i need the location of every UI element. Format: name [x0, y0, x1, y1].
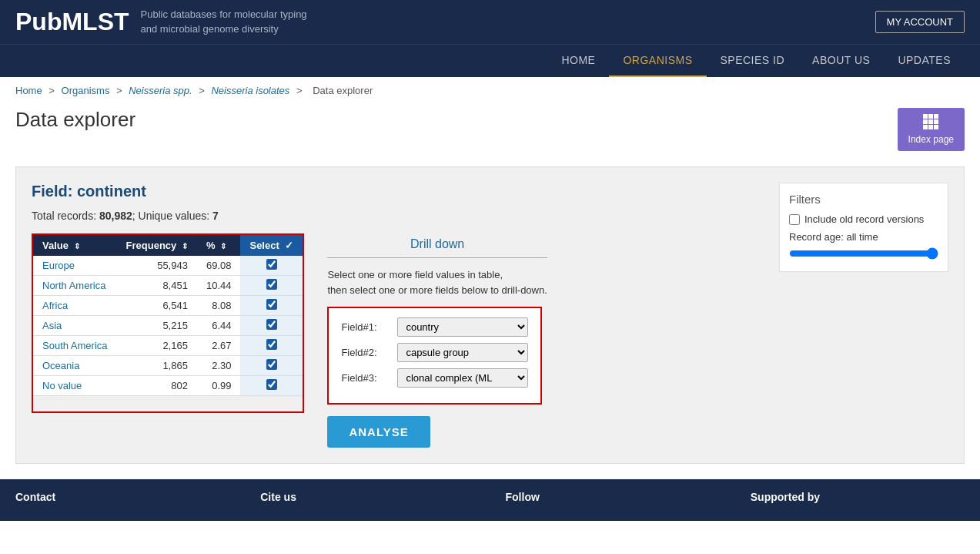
- table-value-link[interactable]: No value: [42, 380, 82, 391]
- table-row: North America8,45110.44: [33, 276, 303, 296]
- data-table: Value ⇕ Frequency ⇕ % ⇕: [33, 235, 303, 396]
- table-value-link[interactable]: Oceania: [42, 360, 79, 371]
- total-records-value: 80,982: [99, 210, 132, 222]
- table-cell-value: Asia: [33, 316, 117, 336]
- header: PubMLST Public databases for molecular t…: [0, 0, 980, 44]
- nav-species-id[interactable]: SPECIES ID: [707, 45, 799, 77]
- drill-desc: Select one or more field values in table…: [327, 267, 547, 297]
- table-cell-frequency: 55,943: [117, 256, 197, 276]
- table-cell-select: [240, 336, 303, 356]
- table-row: Africa6,5418.08: [33, 296, 303, 316]
- row-checkbox[interactable]: [266, 259, 277, 270]
- nav-updates[interactable]: UPDATES: [884, 45, 965, 77]
- row-checkbox[interactable]: [266, 319, 277, 330]
- drill-field-row-1: Field#1: country capsule group clonal co…: [341, 317, 528, 337]
- table-cell-select: [240, 276, 303, 296]
- main-content: Field: continent Total records: 80,982; …: [15, 166, 965, 464]
- include-old-checkbox[interactable]: [789, 214, 800, 225]
- logo-mlst: MLST: [62, 8, 129, 35]
- footer-cite-title: Cite us: [260, 491, 474, 503]
- table-row: Oceania1,8652.30: [33, 356, 303, 376]
- drill-field-label-3: Field#3:: [341, 372, 391, 384]
- row-checkbox[interactable]: [266, 299, 277, 310]
- my-account-button[interactable]: MY ACCOUNT: [875, 11, 965, 33]
- table-cell-value: North America: [33, 276, 117, 296]
- table-cell-frequency: 2,165: [117, 336, 197, 356]
- table-cell-frequency: 8,451: [117, 276, 197, 296]
- breadcrumb: Home > Organisms > Neisseria spp. > Neis…: [0, 77, 980, 104]
- analyse-button[interactable]: ANALYSE: [327, 416, 430, 448]
- logo-pub: Pub: [15, 8, 62, 35]
- include-old-filter-row: Include old record versions: [789, 213, 938, 225]
- nav-about-us[interactable]: ABOUT US: [798, 45, 884, 77]
- table-row: Asia5,2156.44: [33, 316, 303, 336]
- unique-values-value: 7: [212, 210, 219, 222]
- table-cell-percent: 6.44: [197, 316, 241, 336]
- records-info: Total records: 80,982; Unique values: 7: [32, 210, 764, 222]
- table-cell-frequency: 5,215: [117, 316, 197, 336]
- drill-field-label-2: Field#2:: [341, 347, 391, 358]
- table-cell-value: Africa: [33, 296, 117, 316]
- row-checkbox[interactable]: [266, 359, 277, 370]
- breadcrumb-data-explorer: Data explorer: [313, 85, 373, 96]
- index-page-button[interactable]: Index page: [898, 108, 965, 151]
- breadcrumb-home[interactable]: Home: [15, 85, 42, 96]
- footer-follow-title: Follow: [506, 491, 720, 503]
- table-value-link[interactable]: Europe: [42, 260, 75, 271]
- footer-contact: Contact: [15, 491, 229, 509]
- col-value[interactable]: Value ⇕: [33, 235, 117, 256]
- nav-organisms[interactable]: ORGANISMS: [609, 45, 706, 77]
- table-cell-select: [240, 296, 303, 316]
- right-panel: Filters Include old record versions Reco…: [779, 183, 948, 448]
- row-checkbox[interactable]: [266, 339, 277, 350]
- table-cell-frequency: 1,865: [117, 356, 197, 376]
- include-old-label: Include old record versions: [804, 213, 924, 225]
- breadcrumb-neisseria-spp[interactable]: Neisseria spp.: [129, 85, 192, 96]
- grid-icon: [923, 114, 938, 129]
- footer-cite: Cite us: [260, 491, 474, 509]
- header-left: PubMLST Public databases for molecular t…: [15, 8, 307, 36]
- table-cell-value: Europe: [33, 256, 117, 276]
- table-cell-percent: 8.08: [197, 296, 241, 316]
- drill-field-select-3[interactable]: country capsule group clonal complex (ML…: [397, 368, 528, 388]
- age-slider[interactable]: [789, 247, 938, 260]
- col-frequency[interactable]: Frequency ⇕: [117, 235, 197, 256]
- drill-section: Drill down Select one or more field valu…: [327, 237, 547, 448]
- drill-field-select-1[interactable]: country capsule group clonal complex (ML…: [397, 317, 528, 337]
- drill-field-row-2: Field#2: country capsule group clonal co…: [341, 343, 528, 362]
- row-checkbox[interactable]: [266, 379, 277, 390]
- data-table-wrapper: Value ⇕ Frequency ⇕ % ⇕: [32, 233, 304, 413]
- table-cell-frequency: 802: [117, 376, 197, 396]
- table-cell-percent: 0.99: [197, 376, 241, 396]
- table-cell-frequency: 6,541: [117, 296, 197, 316]
- drill-title: Drill down: [327, 237, 547, 251]
- table-value-link[interactable]: Africa: [42, 300, 68, 311]
- col-select[interactable]: Select ✓: [240, 235, 303, 256]
- table-cell-value: No value: [33, 376, 117, 396]
- drill-field-label-1: Field#1:: [341, 321, 391, 333]
- table-cell-percent: 10.44: [197, 276, 241, 296]
- page-title: Data explorer: [15, 108, 135, 132]
- footer-contact-title: Contact: [15, 491, 229, 503]
- table-value-link[interactable]: Asia: [42, 320, 62, 331]
- row-checkbox[interactable]: [266, 279, 277, 290]
- table-cell-select: [240, 376, 303, 396]
- nav: HOME ORGANISMS SPECIES ID ABOUT US UPDAT…: [0, 44, 980, 77]
- breadcrumb-organisms[interactable]: Organisms: [62, 85, 110, 96]
- table-value-link[interactable]: North America: [42, 280, 105, 291]
- table-cell-percent: 69.08: [197, 256, 241, 276]
- drill-field-select-2[interactable]: country capsule group clonal complex (ML…: [397, 343, 528, 362]
- table-value-link[interactable]: South America: [42, 340, 108, 351]
- footer-supported: Supported by: [751, 491, 965, 509]
- page-header: Data explorer Index page: [0, 104, 980, 159]
- col-percent[interactable]: % ⇕: [197, 235, 241, 256]
- filters-panel: Filters Include old record versions Reco…: [779, 183, 948, 272]
- footer-supported-title: Supported by: [751, 491, 965, 503]
- table-cell-value: Oceania: [33, 356, 117, 376]
- filters-title: Filters: [789, 193, 938, 206]
- nav-home[interactable]: HOME: [547, 45, 609, 77]
- drill-field-row-3: Field#3: country capsule group clonal co…: [341, 368, 528, 388]
- table-cell-select: [240, 256, 303, 276]
- breadcrumb-neisseria-isolates[interactable]: Neisseria isolates: [211, 85, 289, 96]
- table-cell-select: [240, 356, 303, 376]
